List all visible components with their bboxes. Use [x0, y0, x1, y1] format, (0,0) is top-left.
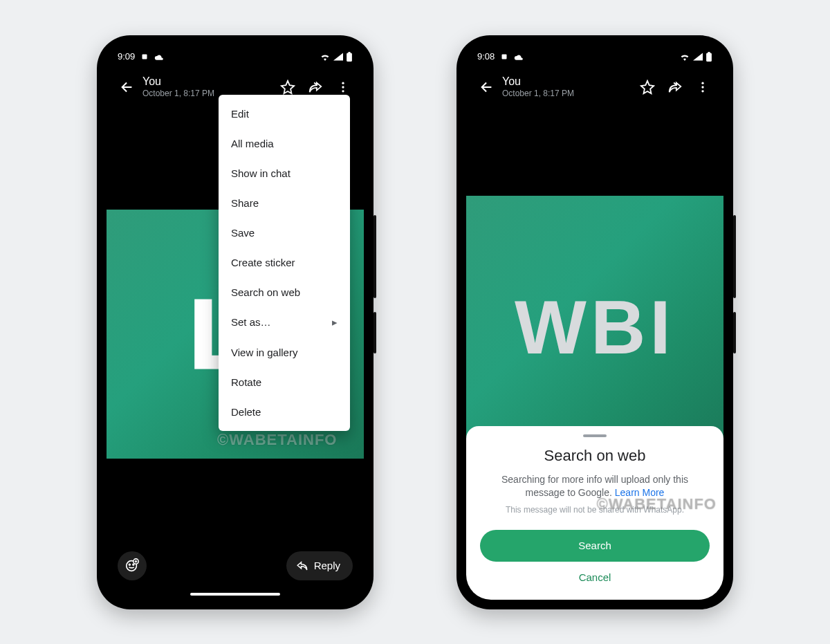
reply-button[interactable]: Reply [286, 551, 353, 580]
back-button[interactable] [474, 75, 499, 100]
search-on-web-sheet: Search on web Searching for more info wi… [466, 426, 723, 600]
menu-item-label: Edit [231, 108, 249, 120]
star-button[interactable] [634, 73, 661, 101]
svg-rect-11 [706, 53, 712, 61]
search-button[interactable]: Search [480, 530, 710, 562]
svg-rect-12 [708, 52, 710, 53]
overflow-button[interactable] [689, 73, 717, 101]
wifi-icon [320, 53, 331, 61]
svg-rect-0 [142, 54, 147, 59]
svg-point-8 [133, 564, 134, 565]
screen-left: 9:09 [107, 45, 364, 600]
menu-item-create-sticker[interactable]: Create sticker [219, 248, 350, 277]
signal-icon [333, 53, 343, 61]
menu-item-label: All media [231, 138, 274, 149]
svg-point-7 [129, 564, 130, 565]
menu-item-save[interactable]: Save [219, 218, 350, 248]
menu-item-label: Set as… [231, 316, 271, 328]
svg-point-14 [701, 86, 703, 88]
svg-point-15 [701, 90, 703, 92]
sheet-grabber[interactable] [583, 434, 607, 437]
status-bar: 9:08 [466, 45, 723, 68]
sheet-title: Search on web [480, 447, 710, 465]
menu-item-label: Search on web [231, 286, 300, 298]
phone-right: 9:08 [456, 35, 733, 609]
search-button-label: Search [578, 540, 611, 551]
cloud-icon [514, 53, 525, 61]
menu-item-show-in-chat[interactable]: Show in chat [219, 158, 350, 188]
menu-item-edit[interactable]: Edit [219, 99, 350, 129]
menu-item-all-media[interactable]: All media [219, 129, 350, 158]
emoji-reaction-button[interactable] [118, 551, 147, 580]
battery-icon [706, 52, 712, 62]
power-button[interactable] [733, 312, 736, 353]
status-bar: 9:09 [107, 45, 364, 68]
signal-icon [693, 53, 703, 61]
menu-item-search-on-web[interactable]: Search on web [219, 277, 350, 307]
cancel-button[interactable]: Cancel [480, 571, 710, 583]
menu-item-delete[interactable]: Delete [219, 397, 350, 427]
svg-rect-1 [347, 53, 352, 61]
cancel-button-label: Cancel [579, 571, 611, 583]
notification-icon [140, 53, 149, 61]
menu-item-label: Share [231, 197, 259, 209]
chevron-right-icon: ▸ [332, 316, 338, 329]
clock-label: 9:09 [118, 51, 135, 62]
notification-icon [500, 53, 508, 61]
header-subtitle: October 1, 8:17 PM [142, 89, 214, 98]
media-image: WBI [466, 196, 723, 459]
svg-point-5 [342, 90, 344, 92]
forward-button[interactable] [661, 73, 689, 101]
clock-label: 9:08 [477, 51, 495, 62]
menu-item-rotate[interactable]: Rotate [219, 367, 350, 397]
menu-item-label: Rotate [231, 376, 261, 388]
reply-label: Reply [314, 560, 340, 571]
menu-item-label: View in gallery [231, 347, 297, 358]
menu-item-share[interactable]: Share [219, 188, 350, 218]
menu-item-set-as[interactable]: Set as…▸ [219, 307, 350, 338]
sheet-sub: This message will not be shared with Wha… [480, 505, 710, 515]
svg-rect-10 [502, 54, 507, 59]
menu-item-view-in-gallery[interactable]: View in gallery [219, 338, 350, 367]
back-button[interactable] [115, 75, 140, 100]
screen-right: 9:08 [466, 45, 723, 600]
power-button[interactable] [374, 312, 376, 353]
logo-wbi-text: WBI [515, 283, 675, 371]
header-title: You [142, 75, 214, 88]
wifi-icon [679, 53, 690, 61]
volume-button[interactable] [733, 215, 736, 298]
menu-item-label: Show in chat [231, 167, 290, 179]
sheet-body: Searching for more info will upload only… [480, 473, 710, 499]
phone-left: 9:09 [97, 35, 374, 609]
volume-button[interactable] [374, 215, 376, 298]
header-subtitle: October 1, 8:17 PM [502, 89, 574, 98]
svg-point-13 [701, 82, 703, 84]
overflow-menu: EditAll mediaShow in chatShareSaveCreate… [219, 95, 350, 431]
header-title: You [502, 75, 574, 88]
svg-point-4 [342, 86, 344, 88]
menu-item-label: Create sticker [231, 257, 295, 268]
svg-point-3 [342, 82, 344, 84]
menu-item-label: Save [231, 227, 255, 239]
bottom-bar: Reply [107, 542, 364, 590]
learn-more-link[interactable]: Learn More [615, 487, 665, 498]
menu-item-label: Delete [231, 406, 261, 418]
nav-gesture-bar[interactable] [190, 593, 280, 596]
app-bar: You October 1, 8:17 PM [466, 68, 723, 106]
svg-rect-2 [348, 52, 350, 53]
battery-icon [346, 52, 353, 62]
cloud-icon [154, 53, 165, 61]
